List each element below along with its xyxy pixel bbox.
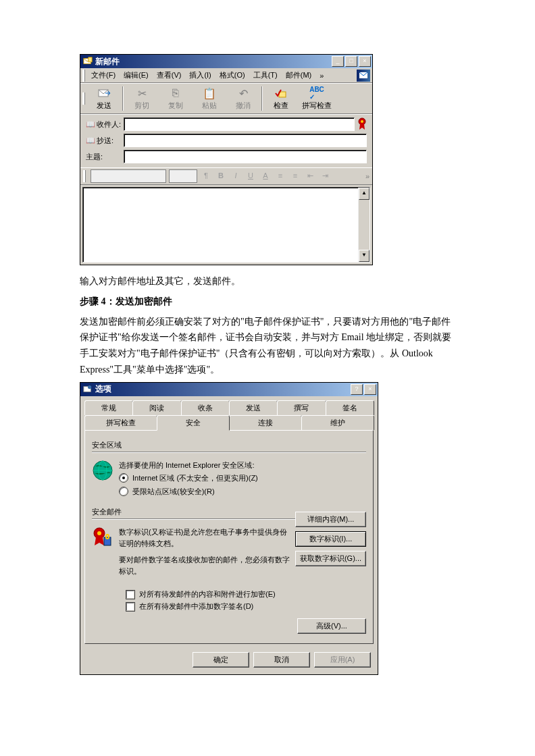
indent-button[interactable]: ⇥ xyxy=(319,170,331,182)
cc-input[interactable] xyxy=(124,134,367,147)
tab-general[interactable]: 常规 xyxy=(84,400,133,415)
step-heading: 步骤 4：发送加密邮件 xyxy=(80,294,455,310)
menubar: 文件(F) 编辑(E) 查看(V) 插入(I) 格式(O) 工具(T) 邮件(M… xyxy=(80,68,372,83)
cancel-button[interactable]: 取消 xyxy=(253,652,310,668)
overflow-icon[interactable]: » xyxy=(365,172,370,180)
copy-button[interactable]: ⎘复制 xyxy=(159,85,193,112)
radio-restricted-zone[interactable]: 受限站点区域(较安全)(R) xyxy=(119,486,366,497)
tab-maintenance[interactable]: 维护 xyxy=(301,415,374,430)
svg-point-6 xyxy=(361,120,363,123)
scroll-up-button[interactable]: ▲ xyxy=(359,188,370,200)
group-label: 安全区域 xyxy=(92,440,366,450)
para-icon[interactable]: ¶ xyxy=(200,170,212,182)
menu-overflow[interactable]: » xyxy=(315,70,328,81)
header-fields: 📖收件人: 📖抄送: 主题: xyxy=(80,114,372,167)
addressbook-icon: 📖 xyxy=(86,136,95,145)
tab-panel-security: 安全区域 选择要使用的 Internet Explorer 安全区域: Inte… xyxy=(84,430,374,645)
check-button[interactable]: 检查 xyxy=(264,85,298,112)
menu-edit[interactable]: 编辑(E) xyxy=(120,69,153,82)
menu-file[interactable]: 文件(F) xyxy=(87,69,120,82)
checkbox-icon xyxy=(126,602,135,612)
send-button[interactable]: 发送 xyxy=(87,85,121,112)
paste-button[interactable]: 📋粘贴 xyxy=(193,85,226,112)
menu-insert[interactable]: 插入(I) xyxy=(185,69,215,82)
size-select[interactable] xyxy=(169,169,197,183)
svg-rect-1 xyxy=(88,57,92,62)
certificate-icon xyxy=(92,526,113,548)
paragraph: 发送加密邮件前必须正确安装了对方的"电子邮件保护证书"，只要请对方用他的"电子邮… xyxy=(80,314,455,378)
to-label[interactable]: 📖收件人: xyxy=(86,119,124,130)
cert-desc-2: 要对邮件数字签名或接收加密的邮件，您必须有数字标识。 xyxy=(119,554,292,576)
digital-id-button[interactable]: 数字标识(I)... xyxy=(295,531,366,547)
font-select[interactable] xyxy=(91,169,166,183)
window-title: 新邮件 xyxy=(95,56,332,68)
menu-view[interactable]: 查看(V) xyxy=(153,69,186,82)
maximize-button[interactable]: □ xyxy=(345,56,357,67)
send-icon xyxy=(97,86,111,100)
dialog-buttons: 确定 取消 应用(A) xyxy=(80,648,378,674)
menu-format[interactable]: 格式(O) xyxy=(215,69,249,82)
tab-connection[interactable]: 连接 xyxy=(229,415,302,430)
scrollbar[interactable]: ▲ ▼ xyxy=(358,188,370,262)
more-info-button[interactable]: 详细内容(M)... xyxy=(295,512,366,527)
color-button[interactable]: A xyxy=(259,170,272,182)
grip-handle[interactable] xyxy=(83,170,86,182)
new-mail-window: 新邮件 _ □ × 文件(F) 编辑(E) 查看(V) 插入(I) 格式(O) … xyxy=(80,54,373,265)
advanced-button[interactable]: 高级(V)... xyxy=(297,618,366,634)
spell-button[interactable]: ABC✓ 拼写检查 xyxy=(298,85,336,112)
toolbar: 发送 ✂剪切 ⎘复制 📋粘贴 ↶撤消 检查 ABC✓ 拼写检查 xyxy=(80,83,372,114)
radio-icon xyxy=(119,473,128,483)
svg-rect-15 xyxy=(106,535,109,539)
titlebar[interactable]: 选项 ? × xyxy=(80,383,378,396)
grip-handle[interactable] xyxy=(82,92,85,105)
separator xyxy=(261,86,263,111)
close-button[interactable]: × xyxy=(364,384,376,395)
numlist-button[interactable]: ≡ xyxy=(274,170,286,182)
cert-desc-1: 数字标识(又称证书)是允许您在电子事务中提供身份证明的特殊文档。 xyxy=(119,526,292,549)
cc-label[interactable]: 📖抄送: xyxy=(86,136,124,146)
undo-icon: ↶ xyxy=(236,86,250,100)
close-button[interactable]: × xyxy=(359,56,371,67)
sign-checkbox[interactable]: 在所有待发邮件中添加数字签名(D) xyxy=(126,601,366,612)
subject-label: 主题: xyxy=(86,152,124,162)
grip-handle[interactable] xyxy=(82,70,85,82)
to-input[interactable] xyxy=(124,117,355,131)
svg-point-13 xyxy=(97,531,101,535)
outdent-button[interactable]: ⇤ xyxy=(304,170,316,182)
undo-button[interactable]: ↶撤消 xyxy=(226,85,260,112)
help-button[interactable]: ? xyxy=(351,384,363,395)
paste-icon: 📋 xyxy=(203,86,216,100)
paragraph: 输入对方邮件地址及其它，发送邮件。 xyxy=(80,273,455,290)
check-icon xyxy=(274,86,288,100)
divider xyxy=(92,452,366,453)
apply-button[interactable]: 应用(A) xyxy=(314,652,371,668)
get-digital-id-button[interactable]: 获取数字标识(G)... xyxy=(295,551,366,566)
titlebar[interactable]: 新邮件 _ □ × xyxy=(80,55,372,68)
underline-button[interactable]: U xyxy=(245,170,257,182)
tab-compose[interactable]: 撰写 xyxy=(277,400,326,415)
subject-input[interactable] xyxy=(124,150,367,163)
tab-signatures[interactable]: 签名 xyxy=(326,400,374,415)
radio-internet-zone[interactable]: Internet 区域 (不太安全，但更实用)(Z) xyxy=(119,473,366,484)
app-icon xyxy=(357,70,370,82)
bullist-button[interactable]: ≡ xyxy=(289,170,301,182)
ok-button[interactable]: 确定 xyxy=(193,652,249,668)
bold-button[interactable]: B xyxy=(215,170,227,182)
globe-icon xyxy=(92,460,113,481)
format-toolbar: ¶ B I U A ≡ ≡ ⇤ ⇥ » xyxy=(80,167,372,185)
copy-icon: ⎘ xyxy=(169,86,182,100)
tab-spelling[interactable]: 拼写检查 xyxy=(84,415,157,430)
encrypt-checkbox[interactable]: 对所有待发邮件的内容和附件进行加密(E) xyxy=(126,589,366,599)
italic-button[interactable]: I xyxy=(230,170,242,182)
tab-security[interactable]: 安全 xyxy=(157,415,230,431)
scroll-down-button[interactable]: ▼ xyxy=(359,250,370,262)
cut-button[interactable]: ✂剪切 xyxy=(125,85,159,112)
minimize-button[interactable]: _ xyxy=(332,56,344,67)
tab-send[interactable]: 发送 xyxy=(229,400,278,415)
menu-mail[interactable]: 邮件(M) xyxy=(282,69,316,82)
svg-point-8 xyxy=(88,385,91,389)
message-body[interactable]: ▲ ▼ xyxy=(82,187,370,263)
tab-read[interactable]: 阅读 xyxy=(132,400,181,415)
menu-tools[interactable]: 工具(T) xyxy=(249,69,282,82)
tab-receipts[interactable]: 收条 xyxy=(181,400,230,415)
